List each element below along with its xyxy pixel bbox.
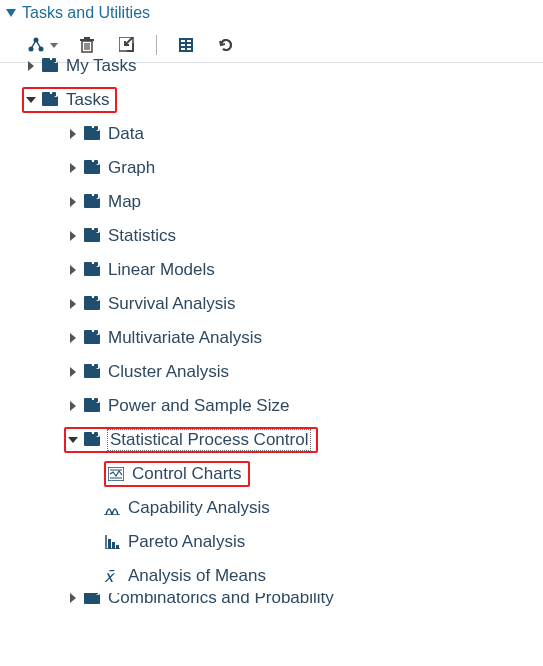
expander-icon[interactable] bbox=[68, 231, 78, 241]
tree-item-tasks[interactable]: Tasks bbox=[0, 83, 543, 117]
tree-item-multivariate-analysis[interactable]: Multivariate Analysis bbox=[0, 321, 543, 355]
tree-item-data[interactable]: Data bbox=[0, 117, 543, 151]
folder-icon bbox=[84, 364, 102, 380]
tree-item-linear-models[interactable]: Linear Models bbox=[0, 253, 543, 287]
tree-label: Statistics bbox=[108, 226, 176, 246]
tree: My Tasks Tasks Data Graph Map Statistics bbox=[0, 63, 543, 613]
tree-item-power-sample-size[interactable]: Power and Sample Size bbox=[0, 389, 543, 423]
expander-icon[interactable] bbox=[68, 299, 78, 309]
folder-icon bbox=[84, 432, 102, 448]
expander-icon[interactable] bbox=[26, 95, 36, 105]
collapse-caret-icon bbox=[6, 9, 16, 17]
tree-label: Pareto Analysis bbox=[128, 532, 245, 552]
tree-label: Power and Sample Size bbox=[108, 396, 289, 416]
tree-item-map[interactable]: Map bbox=[0, 185, 543, 219]
tree-item-combinatorics[interactable]: Combinatorics and Probability bbox=[0, 593, 543, 613]
tree-item-control-charts[interactable]: Control Charts bbox=[0, 457, 543, 491]
properties-button[interactable] bbox=[175, 34, 197, 56]
refresh-button[interactable] bbox=[215, 34, 237, 56]
dropdown-caret-icon bbox=[50, 43, 58, 48]
open-button[interactable] bbox=[116, 34, 138, 56]
expander-icon[interactable] bbox=[68, 197, 78, 207]
expander-icon[interactable] bbox=[68, 367, 78, 377]
tree-item-survival-analysis[interactable]: Survival Analysis bbox=[0, 287, 543, 321]
folder-icon bbox=[84, 194, 102, 210]
highlight-box: Statistical Process Control bbox=[64, 427, 318, 453]
tree-item-graph[interactable]: Graph bbox=[0, 151, 543, 185]
tree-label: Statistical Process Control bbox=[108, 430, 310, 450]
properties-icon bbox=[179, 38, 193, 52]
tree-item-pareto-analysis[interactable]: Pareto Analysis bbox=[0, 525, 543, 559]
highlight-box: Tasks bbox=[22, 87, 117, 113]
tree-item-spc[interactable]: Statistical Process Control bbox=[0, 423, 543, 457]
expander-icon[interactable] bbox=[68, 129, 78, 139]
expander-icon[interactable] bbox=[68, 265, 78, 275]
tree-label: Map bbox=[108, 192, 141, 212]
folder-icon bbox=[42, 92, 60, 108]
tree-label: Control Charts bbox=[132, 464, 242, 484]
trash-icon bbox=[79, 37, 95, 53]
expander-icon[interactable] bbox=[68, 401, 78, 411]
tree-label: Combinatorics and Probability bbox=[108, 593, 334, 608]
expander-icon[interactable] bbox=[68, 593, 78, 603]
folder-icon bbox=[84, 262, 102, 278]
tree-label: Graph bbox=[108, 158, 155, 178]
tree-item-capability-analysis[interactable]: Capability Analysis bbox=[0, 491, 543, 525]
tree-label: Multivariate Analysis bbox=[108, 328, 262, 348]
tree-label: Analysis of Means bbox=[128, 566, 266, 586]
tree-label: Survival Analysis bbox=[108, 294, 236, 314]
panel-title: Tasks and Utilities bbox=[22, 4, 150, 22]
panel-header[interactable]: Tasks and Utilities bbox=[0, 0, 543, 30]
folder-icon bbox=[42, 58, 60, 74]
expander-icon[interactable] bbox=[26, 61, 36, 71]
folder-icon bbox=[84, 160, 102, 176]
tree-label: Tasks bbox=[66, 90, 109, 110]
highlight-box: Control Charts bbox=[104, 461, 250, 487]
folder-icon bbox=[84, 126, 102, 142]
folder-icon bbox=[84, 398, 102, 414]
means-icon bbox=[104, 568, 120, 584]
delete-button[interactable] bbox=[76, 34, 98, 56]
toolbar-divider bbox=[156, 35, 157, 55]
capability-icon bbox=[104, 501, 120, 515]
folder-icon bbox=[84, 330, 102, 346]
folder-icon bbox=[84, 296, 102, 312]
new-task-button[interactable] bbox=[28, 34, 58, 56]
tree-label: Data bbox=[108, 124, 144, 144]
tree-label: Linear Models bbox=[108, 260, 215, 280]
open-icon bbox=[119, 37, 135, 53]
tree-item-statistics[interactable]: Statistics bbox=[0, 219, 543, 253]
control-chart-icon bbox=[108, 467, 124, 481]
tree-item-cluster-analysis[interactable]: Cluster Analysis bbox=[0, 355, 543, 389]
expander-icon[interactable] bbox=[68, 333, 78, 343]
tree-label: Cluster Analysis bbox=[108, 362, 229, 382]
folder-icon bbox=[84, 228, 102, 244]
tree-item-analysis-of-means[interactable]: Analysis of Means bbox=[0, 559, 543, 593]
pareto-icon bbox=[104, 535, 120, 549]
expander-icon[interactable] bbox=[68, 435, 78, 445]
folder-icon bbox=[84, 593, 102, 606]
expander-icon[interactable] bbox=[68, 163, 78, 173]
refresh-icon bbox=[218, 37, 234, 53]
tree-label: My Tasks bbox=[66, 56, 137, 76]
nodes-icon bbox=[28, 37, 46, 53]
tree-label: Capability Analysis bbox=[128, 498, 270, 518]
